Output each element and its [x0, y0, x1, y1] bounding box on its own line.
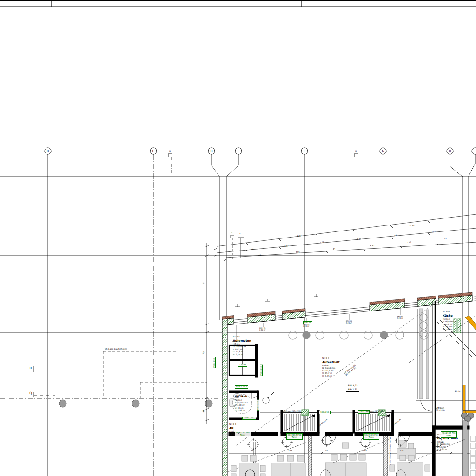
dim-label: 8.85	[298, 234, 302, 237]
room-stamp-aufenthalt: Nr: B-7 Aufenthalt Parkett D: Gipsdecke …	[322, 357, 340, 377]
grid-axis-bubble-g: G	[380, 148, 387, 155]
sill-label: BRH 95 2,26 LF	[397, 316, 403, 320]
dim-label: 1.01	[407, 241, 411, 244]
dim-label: 3.85	[437, 450, 441, 452]
opening-tag: 180×210	[319, 411, 331, 414]
room-stamp-automaten: Nr: B-6 Automaten Fliesen D: Gipsdecke F…	[233, 336, 251, 356]
grid-axis-bubble-e: E	[235, 148, 242, 155]
luftraum-label: Luftraum (77×193)	[435, 407, 445, 412]
panel-tag: P1.04	[455, 390, 460, 393]
grid-axis-bubble-b: B	[45, 148, 52, 155]
dim-label: 3.85	[296, 251, 300, 253]
dim-label: 3.85	[370, 244, 374, 247]
grid-axis-bubble-c: C	[150, 148, 157, 155]
dim-label: 3.85	[288, 450, 292, 452]
marker-u-1: u	[169, 150, 171, 152]
dim-label: 44	[325, 450, 328, 452]
dim-label: 44	[251, 248, 254, 251]
dim-label: 3.85	[431, 230, 436, 233]
sill-label: BRH 95 2,26 LF	[346, 320, 352, 324]
door-spec-tag: 90×213,5 F90 Türen	[286, 433, 303, 440]
sill-label: BRH 95 2,26 LF	[259, 327, 265, 331]
door-spec-tag: 90×213,5 F90 Türen	[441, 431, 457, 438]
grid-axis-bubble-f: F	[301, 148, 308, 155]
crane-rail-note: OK Lage Laufschiene	[105, 348, 127, 350]
grid-row-label-q: Q	[29, 391, 32, 395]
room-number-tag: U.05 C.10.1	[242, 416, 256, 420]
marker-u-2: u	[355, 150, 357, 152]
dim-label: 85	[251, 450, 253, 452]
dim-label: 7.5	[202, 351, 205, 354]
marker-u-3: u	[231, 231, 232, 234]
dim-label: BF	[202, 282, 205, 284]
room-number-tag: B.05 C.10.2	[235, 385, 248, 389]
dim-label: 44	[333, 248, 335, 250]
grid-axis-bubble-d: D	[208, 148, 215, 155]
sill-label: BRH 95 2,26 LF	[303, 324, 309, 328]
dim-label: 3.85	[284, 245, 289, 247]
door-spec-tag: 90×213,5 F90 Türen	[363, 433, 379, 440]
door-tag: 90×210	[260, 365, 263, 376]
grid-row-label-r: R	[30, 366, 32, 370]
luftraum-label: Luftraum (87×193)	[284, 410, 301, 413]
dim-label: 3.85	[363, 450, 367, 452]
room-stamp-wc: WC Beh. Fliesen D: Gipsdecke F: 4,68 m² …	[235, 394, 249, 412]
sill-label: BRH 95 2,26 LF	[232, 341, 238, 345]
luftraum-label: Luftraum (87×193)	[366, 410, 383, 413]
floor-plan-canvas: B C D E F G H R Q u u u x OK Lage Laufsc…	[0, 0, 476, 476]
grid-axis-bubble-h: H	[447, 148, 454, 155]
door-spec-tag: 90×213,5 F90 Türen	[235, 431, 251, 437]
dim-label: 57	[444, 238, 447, 240]
grid-axis-bubble-i	[472, 148, 476, 155]
level-box: RUK 4,15 RFB 1,25	[346, 384, 359, 392]
brandwand-label: BRANDSCHUTZVERGLASUNG	[389, 437, 390, 465]
room-stamp-kueche: Nr: B-8 Küche Fliesen D: Gipsdecke F: 15…	[443, 311, 456, 331]
dim-label: 1.01	[400, 450, 404, 452]
dim-label: 1.01	[320, 241, 324, 244]
dim-label: 3.85	[357, 238, 361, 240]
door-tag: 90×210	[213, 357, 216, 368]
dim-label: 57	[258, 254, 261, 257]
dim-label: 44	[202, 410, 205, 412]
door-tag: 90×210	[257, 400, 259, 411]
dim-label: 44	[394, 234, 397, 237]
door-tag: T30-RS	[238, 364, 247, 367]
marker-x: x	[239, 232, 241, 235]
